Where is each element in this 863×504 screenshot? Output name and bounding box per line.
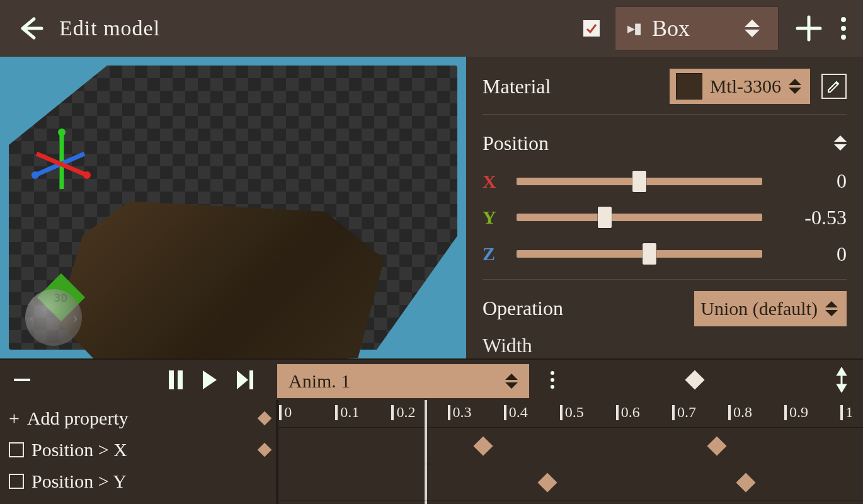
position-y-slider[interactable] (517, 214, 762, 221)
collapse-button[interactable] (14, 379, 30, 381)
divider (483, 114, 847, 115)
sort-arrows-icon (505, 374, 518, 389)
sort-arrows-icon (825, 301, 838, 316)
track-position-y[interactable]: Position > Y (0, 466, 276, 497)
material-label: Material (483, 75, 551, 98)
position-label: Position (483, 132, 549, 155)
svg-rect-9 (169, 370, 174, 389)
sort-arrows-icon (745, 20, 760, 37)
selection-checkbox[interactable] (583, 20, 600, 37)
material-selector[interactable]: Mtl-3306 (670, 69, 810, 104)
playback-controls (0, 370, 277, 389)
position-y-row: Y -0.53 (483, 203, 847, 233)
shape-type-icon: ▸▮ (627, 20, 641, 37)
position-z-row: Z 0 (483, 239, 847, 269)
keyframe-icon (258, 443, 272, 457)
ruler-tick: 0.2 (396, 404, 415, 421)
pause-button[interactable] (168, 370, 184, 389)
main-area: 3D Material Mtl-3306 Position X 0 (0, 57, 863, 359)
timeline-corner-tools (533, 367, 863, 392)
orbit-joystick[interactable] (25, 289, 82, 346)
svg-point-2 (841, 35, 846, 40)
track-checkbox[interactable] (9, 474, 24, 489)
operation-label: Operation (483, 297, 563, 320)
ruler-tick: 0.1 (340, 404, 359, 421)
position-x-slider[interactable] (517, 178, 762, 185)
edit-material-button[interactable] (821, 74, 847, 99)
shape-selector[interactable]: ▸▮ Box (615, 6, 779, 50)
track-list: + Add property Position > X Position > Y (0, 400, 277, 504)
track-label: Position > Y (31, 471, 127, 492)
material-row: Material Mtl-3306 (483, 69, 847, 105)
position-x-row: X 0 (483, 166, 847, 197)
svg-point-0 (841, 17, 846, 22)
animation-name: Anim. 1 (289, 370, 350, 392)
timeline-dock: Anim. 1 + Add property Position > X (0, 358, 863, 504)
track-checkbox[interactable] (9, 442, 24, 457)
position-z-value[interactable]: 0 (777, 243, 847, 266)
ruler-tick: 0.7 (677, 404, 696, 421)
ruler-tick: 0.6 (621, 404, 640, 421)
ruler-tick: 0.9 (789, 404, 808, 421)
properties-panel: Material Mtl-3306 Position X 0 Y -0 (466, 57, 863, 359)
model-preview[interactable] (57, 202, 384, 359)
svg-point-1 (841, 26, 846, 31)
operation-value: Union (default) (700, 298, 818, 319)
page-title: Edit model (59, 16, 160, 40)
ruler-tick: 0.5 (565, 404, 584, 421)
animation-selector[interactable]: Anim. 1 (277, 364, 529, 398)
sort-arrows-icon (789, 79, 801, 94)
add-button[interactable] (794, 13, 824, 43)
keyframe[interactable] (537, 472, 557, 492)
track-label: Position > X (31, 439, 127, 461)
position-header[interactable]: Position (483, 126, 847, 160)
vertical-resize-icon[interactable] (835, 367, 848, 392)
ruler-tick: 0.4 (509, 404, 528, 421)
keyframe-row[interactable] (278, 464, 863, 501)
ruler-tick: 0.3 (453, 404, 472, 421)
ruler-tick: 1 (845, 404, 853, 421)
keyframe[interactable] (707, 436, 726, 455)
viewport-3d[interactable]: 3D (0, 57, 466, 359)
overflow-menu-icon[interactable] (839, 13, 848, 43)
svg-marker-12 (237, 370, 248, 389)
svg-rect-10 (178, 370, 183, 389)
track-position-x[interactable]: Position > X (0, 434, 276, 466)
keyframe[interactable] (473, 436, 493, 455)
axis-z-label: Z (483, 243, 501, 265)
axis-y-label: Y (483, 207, 501, 228)
width-row: Width (483, 332, 847, 358)
width-label: Width (483, 334, 532, 357)
keyframe-marker-icon[interactable] (685, 370, 704, 390)
ruler-tick: 0 (284, 404, 292, 421)
back-arrow-icon[interactable] (15, 14, 44, 43)
dock-toolbar: Anim. 1 (0, 360, 863, 400)
operation-selector[interactable]: Union (default) (694, 291, 847, 326)
time-ruler[interactable]: 00.10.20.30.40.50.60.70.80.91 (278, 400, 863, 428)
shape-label: Box (652, 15, 733, 42)
divider (483, 279, 847, 280)
position-y-value[interactable]: -0.53 (777, 206, 847, 229)
keyframe-row[interactable] (278, 428, 863, 464)
top-app-bar: Edit model ▸▮ Box (0, 0, 863, 57)
step-forward-button[interactable] (236, 370, 254, 389)
plus-icon: + (9, 408, 20, 429)
keyframe[interactable] (736, 472, 756, 492)
sort-arrows-icon (834, 135, 847, 151)
position-z-slider[interactable] (517, 250, 762, 258)
axis-x-label: X (483, 171, 501, 192)
svg-marker-11 (203, 370, 217, 389)
add-property-label: Add property (27, 408, 129, 429)
svg-rect-13 (249, 370, 253, 389)
play-button[interactable] (202, 370, 218, 389)
material-name: Mtl-3306 (710, 76, 781, 97)
dock-body: + Add property Position > X Position > Y… (0, 400, 863, 504)
ruler-tick: 0.8 (733, 404, 752, 421)
material-swatch-icon (676, 73, 702, 100)
operation-row: Operation Union (default) (483, 291, 847, 326)
timeline-menu-icon[interactable] (551, 371, 554, 389)
position-x-value[interactable]: 0 (777, 169, 847, 193)
add-property-button[interactable]: + Add property (0, 403, 276, 434)
timeline[interactable]: 00.10.20.30.40.50.60.70.80.91 (277, 400, 863, 504)
keyframe-icon (258, 411, 272, 426)
